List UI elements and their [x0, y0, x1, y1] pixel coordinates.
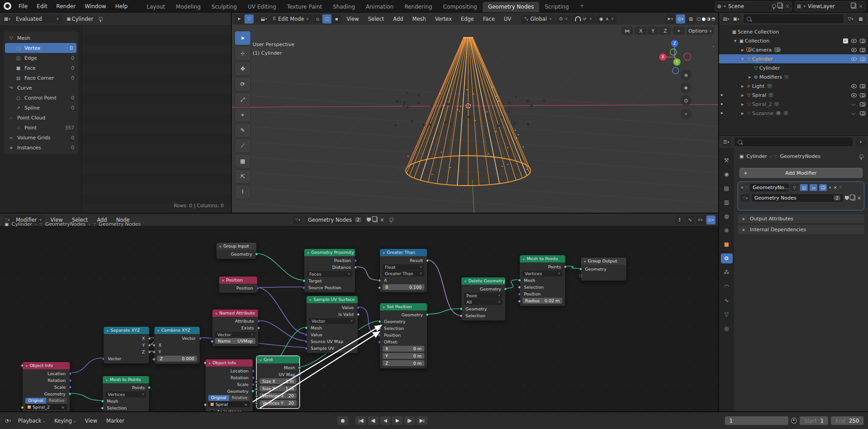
breadcrumb-geometry-nodes[interactable]: Geometry Nodes: [99, 221, 141, 227]
spreadsheet-domain-point[interactable]: ∷Point357: [4, 123, 78, 133]
viewport-menu-edge[interactable]: Edge: [456, 16, 479, 22]
node-greater-than[interactable]: ∨Greater ThanResultFloat∨Greater Than∨AB…: [379, 248, 427, 293]
snapping-dropdown[interactable]: ⌗∨: [696, 215, 705, 224]
dropdown-faces[interactable]: Faces∨: [307, 271, 352, 277]
node-object-info-1[interactable]: ∨Object InfoLocationRotationScaleGeometr…: [22, 362, 70, 411]
hidden-eye-closed-icon[interactable]: [851, 102, 857, 106]
unlink-icon[interactable]: ×: [857, 195, 861, 201]
socket-x[interactable]: X: [104, 335, 149, 342]
workspace-tab-compositing[interactable]: Compositing: [437, 2, 482, 12]
socket-geo-icon[interactable]: [426, 313, 429, 316]
scene-name[interactable]: Scene: [728, 3, 770, 10]
rendered-shading-icon[interactable]: ◓: [711, 16, 715, 21]
outliner-row-cylinder[interactable]: ▼▽Cylinder: [719, 54, 868, 63]
spreadsheet-table[interactable]: [82, 25, 231, 213]
outliner-row-spiral-2[interactable]: ▶▽Spiral_2▽: [719, 100, 868, 109]
node-set-position[interactable]: ∨Set PositionGeometryGeometrySelectionPo…: [379, 303, 427, 369]
socket-mesh[interactable]: Mesh: [307, 324, 358, 331]
properties-tab-object-data[interactable]: ▽: [721, 310, 733, 319]
socket-selection[interactable]: Selection: [461, 312, 505, 319]
jump-to-end-button[interactable]: [417, 416, 427, 425]
properties-tab-modifiers[interactable]: ⚙: [721, 253, 733, 263]
field-y[interactable]: Y0 m: [380, 353, 427, 360]
socket-source-uv-map[interactable]: Source UV Map: [307, 338, 358, 345]
solid-shading-icon[interactable]: ●: [702, 16, 706, 21]
socket-location[interactable]: Location: [206, 367, 253, 374]
socket-geo-icon[interactable]: [305, 326, 308, 329]
vertex-select-button[interactable]: ▫: [313, 14, 322, 24]
disable-render-camera-icon[interactable]: [860, 111, 865, 115]
outliner-display-mode-icon[interactable]: ▣∨: [732, 14, 741, 24]
node-mesh-to-points-left[interactable]: ∨Mesh to PointsPointsVertices∨MeshSelect…: [102, 376, 149, 411]
field-radius[interactable]: Radius0.02 m: [520, 298, 565, 305]
hide-viewport-eye-icon[interactable]: [851, 84, 857, 88]
socket-geo-icon[interactable]: [460, 307, 463, 310]
socket-result[interactable]: Result: [380, 257, 427, 264]
socket-geo-icon[interactable]: [101, 400, 104, 403]
socket-geometry[interactable]: Geometry: [23, 391, 70, 397]
socket-value[interactable]: Value: [307, 304, 358, 311]
expander-icon[interactable]: ▶: [740, 48, 745, 52]
properties-tab-tool[interactable]: ⚒: [721, 155, 733, 165]
outliner-row-modifiers[interactable]: ▶⚙Modifiers∵: [719, 72, 868, 81]
field-z[interactable]: Z0 m: [380, 360, 427, 367]
dropdown-vertices[interactable]: Vertices∨: [106, 391, 146, 397]
modifier-extras-icon[interactable]: ∨: [829, 186, 831, 190]
spreadsheet-domain-mesh[interactable]: ▽Mesh: [4, 33, 78, 43]
pin-icon[interactable]: [99, 17, 103, 21]
jump-to-start-button[interactable]: [355, 416, 366, 425]
outliner-row-collection[interactable]: ▼▣Collection✓: [719, 36, 868, 45]
properties-tab-physics[interactable]: ◠: [721, 281, 733, 291]
socket-mesh[interactable]: Mesh: [520, 277, 565, 284]
dropdown-vector[interactable]: Vector∨: [215, 332, 255, 338]
timeline-menu-keying[interactable]: Keying ∨: [50, 418, 80, 424]
tool-annotate[interactable]: ✎: [235, 123, 251, 138]
browse-node-tree-icon[interactable]: ∵∨: [293, 215, 302, 224]
field-b[interactable]: B0.100: [380, 284, 427, 291]
unlink-icon[interactable]: ×: [380, 217, 384, 223]
socket-uv-map[interactable]: UV Map: [257, 371, 299, 378]
outliner-row-spiral[interactable]: ▶▽Spiral▽: [719, 91, 868, 100]
field-vertices-x[interactable]: Vertices X20: [257, 393, 299, 400]
properties-tab-constraints[interactable]: ∿: [721, 296, 733, 305]
camera-view-icon[interactable]: ⌬: [681, 95, 691, 106]
node-object-info-2[interactable]: ∨Object InfoLocationRotationScaleGeometr…: [205, 359, 253, 411]
workspace-tab-modeling[interactable]: Modeling: [171, 2, 206, 12]
close-icon[interactable]: ×: [785, 3, 790, 10]
outliner-row-scene-collection[interactable]: ▦Scene Collection: [719, 27, 868, 36]
tool-extrude[interactable]: ⇱: [235, 169, 251, 184]
tool-transform[interactable]: ⌖: [235, 108, 251, 122]
browse-node-tree-icon[interactable]: ∵∨: [741, 194, 750, 202]
node-sample-uv-surface[interactable]: ∨Sample UV SurfaceValueIs ValidVector∨Me…: [306, 296, 358, 353]
workspace-tab-scripting[interactable]: Scripting: [539, 2, 574, 12]
socket-selection[interactable]: Selection: [520, 284, 565, 291]
node-geometry-proximity[interactable]: ∨Geometry ProximityPositionDistanceFaces…: [304, 248, 355, 293]
current-frame-field[interactable]: 1: [725, 416, 788, 425]
outliner-row-camera[interactable]: ▶Camera: [719, 45, 868, 54]
viewport-menu-uv[interactable]: UV: [499, 16, 516, 22]
socket-geo-icon[interactable]: [579, 267, 582, 271]
pan-hand-icon[interactable]: ✥: [681, 82, 691, 93]
viewport-display-toggle[interactable]: ▭: [810, 184, 817, 191]
socket-geometry[interactable]: Geometry: [216, 251, 256, 257]
socket-empty[interactable]: [581, 272, 626, 279]
menu-help[interactable]: Help: [110, 3, 132, 10]
outliner-row-cylinder[interactable]: ▽Cylinder: [719, 63, 868, 72]
tool-move[interactable]: ✥: [235, 62, 251, 76]
section-output-attributes[interactable]: ▶Output Attributes: [738, 214, 864, 223]
editor-type-properties-icon[interactable]: ☰∨: [722, 138, 731, 147]
toggle-original-relative[interactable]: OriginalRelative: [208, 395, 250, 401]
disable-render-camera-icon[interactable]: [860, 57, 865, 61]
workspace-tab-sculpting[interactable]: Sculpting: [206, 2, 242, 12]
pivot-dropdown[interactable]: ⊙∨: [556, 14, 571, 24]
edge-select-button[interactable]: ◫: [322, 14, 331, 24]
checkbox-as-instance[interactable]: As Instance: [23, 411, 70, 411]
socket-obj-icon[interactable]: [204, 403, 207, 406]
dropdown-float[interactable]: Float∨: [383, 264, 424, 270]
viewport-menu-vertex[interactable]: Vertex: [431, 16, 456, 22]
add-workspace-button[interactable]: +: [574, 1, 590, 11]
breadcrumb-geometrynodes[interactable]: GeometryNodes: [45, 221, 86, 227]
expander-icon[interactable]: ▶: [747, 75, 753, 79]
dropdown-vertices[interactable]: Vertices∨: [523, 271, 562, 276]
socket-distance[interactable]: Distance: [304, 264, 355, 271]
